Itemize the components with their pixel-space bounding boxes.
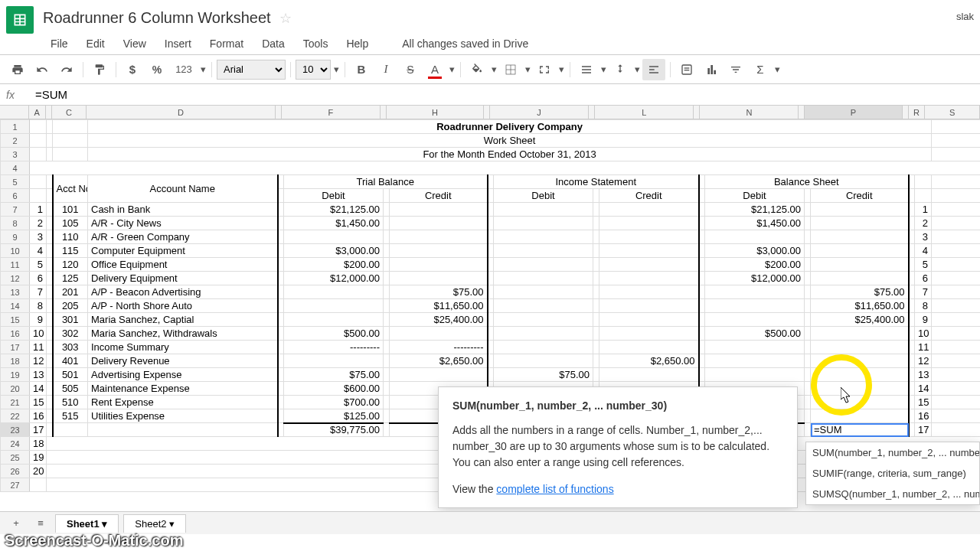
print-icon[interactable]	[6, 59, 29, 80]
col-F[interactable]: F	[282, 106, 381, 119]
currency-icon[interactable]: $	[121, 59, 144, 80]
merge-icon[interactable]	[533, 59, 556, 80]
account-name[interactable]: slak	[956, 6, 974, 22]
function-tooltip: SUM(number_1, number_2, ... number_30) A…	[438, 386, 798, 508]
tab-sheet2[interactable]: Sheet2 ▾	[123, 514, 186, 533]
functions-dropdown-icon[interactable]: ▾	[773, 64, 781, 75]
formula-bar: fx =SUM	[0, 84, 980, 106]
filter-icon[interactable]	[724, 59, 747, 80]
col-D[interactable]: D	[87, 106, 275, 119]
menubar: File Edit View Insert Format Data Tools …	[43, 34, 956, 53]
col-H[interactable]: H	[387, 106, 484, 119]
col-J[interactable]: J	[490, 106, 589, 119]
cell-input[interactable]	[814, 423, 905, 436]
functions-icon[interactable]: Σ	[749, 59, 772, 80]
toolbar: $ % 123 ▾ Arial 10 ▾ B I S A ▾ ▾ ▾ ▾ ▾ ▾…	[0, 55, 980, 84]
number-format-dropdown-icon[interactable]: ▾	[199, 64, 207, 75]
tab-sheet1[interactable]: Sheet1 ▾	[55, 514, 119, 533]
col-N[interactable]: N	[700, 106, 799, 119]
menu-insert[interactable]: Insert	[157, 34, 199, 53]
add-sheet-icon[interactable]: +	[6, 515, 26, 532]
fill-dropdown-icon[interactable]: ▾	[490, 64, 498, 75]
halign-icon[interactable]	[575, 59, 598, 80]
col-R[interactable]: R	[909, 106, 926, 119]
undo-icon[interactable]	[31, 59, 54, 80]
ac-item-sum[interactable]: SUM(number_1, number_2, ... numbe	[806, 442, 979, 463]
title-company: Roadrunner Delivery Company	[88, 120, 932, 134]
link-icon[interactable]	[675, 59, 698, 80]
col-L[interactable]: L	[595, 106, 694, 119]
col-A[interactable]: A	[29, 106, 46, 119]
menu-view[interactable]: View	[116, 34, 154, 53]
grid[interactable]: A C D F H J L N P R S 1Roadrunner Delive…	[0, 106, 980, 511]
valign-dropdown-icon[interactable]: ▾	[633, 64, 641, 75]
svg-rect-2	[684, 67, 690, 68]
fx-label: fx	[6, 89, 29, 101]
col-P[interactable]: P	[805, 106, 902, 119]
all-sheets-icon[interactable]: ≡	[31, 515, 51, 532]
hdr-acct-no: Acct No.	[53, 175, 88, 203]
ac-item-sumif[interactable]: SUMIF(range, criteria, sum_range)	[806, 463, 979, 484]
ac-item-sumsq[interactable]: SUMSQ(number_1, number_2, ... num	[806, 484, 979, 504]
title-period: For the Month Ended October 31, 2013	[88, 148, 932, 161]
sheets-logo[interactable]	[6, 6, 34, 34]
percent-icon[interactable]: %	[145, 59, 168, 80]
text-color-icon[interactable]: A	[423, 59, 446, 80]
borders-icon[interactable]	[499, 59, 522, 80]
bold-icon[interactable]: B	[350, 59, 373, 80]
col-C[interactable]: C	[52, 106, 87, 119]
tooltip-description: Adds all the numbers in a range of cells…	[452, 422, 783, 471]
title-worksheet: Work Sheet	[88, 134, 932, 148]
col-headers: A C D F H J L N P R S	[0, 106, 980, 119]
tooltip-signature: SUM(number_1, number_2, ... number_30)	[452, 399, 783, 412]
merge-dropdown-icon[interactable]: ▾	[557, 64, 565, 75]
watermark: Screencast-O-Matic.com	[0, 530, 188, 551]
menu-data[interactable]: Data	[254, 34, 292, 53]
star-icon[interactable]: ☆	[279, 11, 292, 26]
menu-tools[interactable]: Tools	[296, 34, 336, 53]
paint-format-icon[interactable]	[88, 59, 111, 80]
chart-icon[interactable]	[700, 59, 723, 80]
valign-icon[interactable]	[609, 59, 632, 80]
hdr-income: Income Statement	[494, 175, 699, 189]
menu-help[interactable]: Help	[338, 34, 376, 53]
textcolor-dropdown-icon[interactable]: ▾	[448, 64, 456, 75]
wrap-icon[interactable]	[642, 59, 665, 80]
doc-title[interactable]: Roadrunner 6 Column Worksheet	[43, 6, 271, 30]
titlebar: Roadrunner 6 Column Worksheet ☆ File Edi…	[0, 0, 980, 55]
formula-autocomplete[interactable]: SUM(number_1, number_2, ... numbe SUMIF(…	[805, 442, 980, 505]
font-select[interactable]: Arial	[217, 60, 286, 80]
menu-format[interactable]: Format	[202, 34, 251, 53]
tooltip-link[interactable]: complete list of functions	[496, 483, 613, 495]
menu-file[interactable]: File	[43, 34, 76, 53]
italic-icon[interactable]: I	[374, 59, 397, 80]
redo-icon[interactable]	[55, 59, 78, 80]
number-format-button[interactable]: 123	[170, 59, 198, 80]
hdr-trial: Trial Balance	[284, 175, 488, 189]
borders-dropdown-icon[interactable]: ▾	[524, 64, 531, 75]
svg-rect-3	[684, 70, 690, 70]
col-S[interactable]: S	[925, 106, 980, 119]
hdr-balance: Balance Sheet	[705, 175, 909, 189]
menu-edit[interactable]: Edit	[79, 34, 113, 53]
fill-color-icon[interactable]	[466, 59, 488, 80]
fontsize-select[interactable]: 10	[296, 60, 331, 80]
save-status: All changes saved in Drive	[394, 34, 536, 53]
active-cell	[811, 423, 909, 437]
fontsize-dropdown-icon[interactable]: ▾	[332, 64, 340, 75]
hdr-acct-name: Account Name	[88, 175, 278, 203]
strikethrough-icon[interactable]: S	[399, 59, 422, 80]
halign-dropdown-icon[interactable]: ▾	[599, 64, 607, 75]
formula-input[interactable]: =SUM	[29, 88, 974, 101]
